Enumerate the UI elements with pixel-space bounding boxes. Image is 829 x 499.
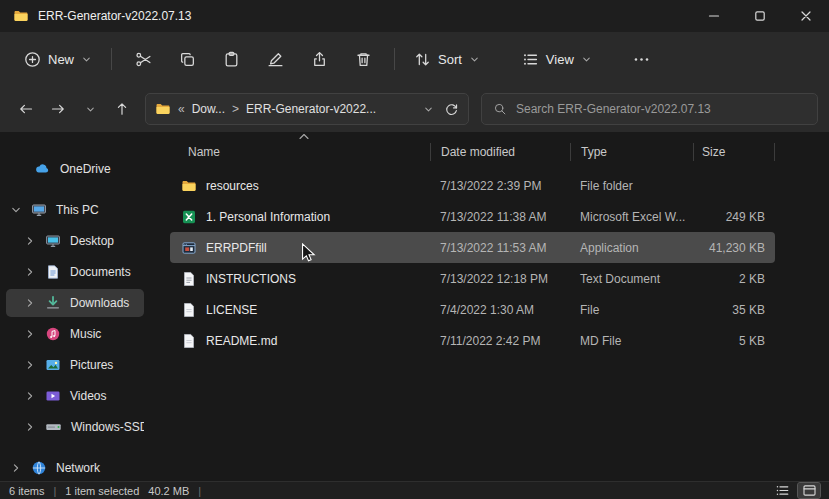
- breadcrumb-segment-downloads[interactable]: Dow...: [192, 102, 225, 116]
- file-date-cell: 7/13/2022 12:18 PM: [430, 272, 570, 286]
- folder-icon: [181, 178, 197, 194]
- sidebar-item-this-pc[interactable]: This PC: [6, 196, 144, 224]
- breadcrumb-segment-current[interactable]: ERR-Generator-v2022...: [246, 102, 376, 116]
- column-header-name[interactable]: Name: [170, 143, 430, 161]
- chevron-right-icon[interactable]: [11, 463, 21, 473]
- see-more-button[interactable]: [620, 41, 664, 77]
- up-button[interactable]: [107, 94, 137, 124]
- rename-icon: [267, 51, 284, 68]
- chevron-down-icon: [81, 54, 92, 65]
- chevron-down-icon[interactable]: [11, 205, 21, 215]
- sidebar-item-label: Downloads: [70, 296, 129, 310]
- file-row-resources[interactable]: resources 7/13/2022 2:39 PM File folder: [170, 170, 775, 201]
- forward-button[interactable]: [43, 94, 73, 124]
- selection-count: 1 item selected: [65, 485, 139, 497]
- sidebar-item-label: Videos: [70, 389, 106, 403]
- sidebar-item-onedrive[interactable]: OneDrive: [6, 155, 144, 183]
- file-name: LICENSE: [206, 303, 257, 317]
- view-button-label: View: [546, 52, 574, 67]
- file-name: ERRPDFfill: [206, 241, 267, 255]
- file-row-personal-information[interactable]: 1. Personal Information 7/13/2022 11:38 …: [170, 201, 775, 232]
- sidebar-item-windows-ssd[interactable]: Windows-SSD (: [6, 413, 144, 441]
- file-row-readme[interactable]: README.md 7/11/2022 2:42 PM MD File 5 KB: [170, 325, 775, 356]
- file-type-cell: MD File: [570, 334, 693, 348]
- status-separator: |: [53, 485, 56, 497]
- file-rows: resources 7/13/2022 2:39 PM File folder …: [170, 170, 829, 356]
- sidebar-item-label: Music: [70, 327, 101, 341]
- paste-button[interactable]: [209, 41, 253, 77]
- sidebar-item-videos[interactable]: Videos: [6, 382, 144, 410]
- sort-icon: [414, 51, 431, 68]
- music-icon: [45, 326, 61, 342]
- sidebar-item-pictures[interactable]: Pictures: [6, 351, 144, 379]
- sidebar-item-music[interactable]: Music: [6, 320, 144, 348]
- view-button[interactable]: View: [512, 41, 602, 77]
- chevron-down-icon: [85, 104, 96, 115]
- new-button-label: New: [48, 52, 74, 67]
- column-header-date-modified[interactable]: Date modified: [430, 143, 570, 161]
- window-controls: [691, 0, 829, 32]
- toolbar-divider: [394, 48, 395, 70]
- title-bar: ERR-Generator-v2022.07.13: [0, 0, 829, 32]
- maximize-button[interactable]: [737, 0, 783, 32]
- delete-button[interactable]: [341, 41, 385, 77]
- view-icon: [522, 51, 539, 68]
- chevron-right-icon[interactable]: [25, 360, 35, 370]
- selection-size: 40.2 MB: [148, 485, 189, 497]
- minimize-button[interactable]: [691, 0, 737, 32]
- sidebar-item-desktop[interactable]: Desktop: [6, 227, 144, 255]
- file-name: README.md: [206, 334, 277, 348]
- sort-button[interactable]: Sort: [404, 41, 490, 77]
- cut-button[interactable]: [121, 41, 165, 77]
- back-button[interactable]: [11, 94, 41, 124]
- chevron-right-icon[interactable]: [25, 236, 35, 246]
- file-list-pane: Name Date modified Type Size resources 7…: [150, 132, 829, 481]
- chevron-right-icon[interactable]: [25, 267, 35, 277]
- copy-button[interactable]: [165, 41, 209, 77]
- share-button[interactable]: [297, 41, 341, 77]
- file-date-cell: 7/13/2022 2:39 PM: [430, 179, 570, 193]
- search-input[interactable]: [516, 102, 806, 116]
- plus-circle-icon: [24, 51, 41, 68]
- minimize-icon: [708, 10, 720, 22]
- file-row-errpdffill[interactable]: ERRPDFfill 7/13/2022 11:53 AM Applicatio…: [170, 232, 775, 263]
- chevron-down-icon: [469, 54, 480, 65]
- sidebar-item-network[interactable]: Network: [6, 454, 144, 482]
- rename-button[interactable]: [253, 41, 297, 77]
- search-box[interactable]: [481, 93, 818, 125]
- breadcrumb-overflow[interactable]: «: [178, 102, 185, 116]
- chevron-right-icon[interactable]: [25, 329, 35, 339]
- close-button[interactable]: [783, 0, 829, 32]
- thumbnails-view-icon: [803, 485, 816, 496]
- file-type-cell: File: [570, 303, 693, 317]
- sidebar-item-downloads[interactable]: Downloads: [6, 289, 144, 317]
- column-header-size[interactable]: Size: [693, 143, 775, 161]
- cut-icon: [135, 51, 152, 68]
- new-button[interactable]: New: [14, 41, 102, 77]
- item-count: 6 items: [9, 485, 44, 497]
- sidebar-item-label: Pictures: [70, 358, 113, 372]
- chevron-right-icon[interactable]: [25, 422, 35, 432]
- chevron-right-icon[interactable]: [25, 391, 35, 401]
- address-row: « Dow... > ERR-Generator-v2022...: [0, 86, 829, 132]
- file-type-cell: File folder: [570, 179, 693, 193]
- folder-icon: [13, 8, 29, 24]
- documents-icon: [45, 264, 61, 280]
- sidebar-item-label: OneDrive: [60, 162, 111, 176]
- toolbar-divider: [111, 48, 112, 70]
- file-icon: [181, 333, 197, 349]
- file-row-license[interactable]: LICENSE 7/4/2022 1:30 AM File 35 KB: [170, 294, 775, 325]
- details-view-button[interactable]: [771, 483, 793, 498]
- file-date-cell: 7/4/2022 1:30 AM: [430, 303, 570, 317]
- copy-icon: [179, 51, 196, 68]
- file-row-instructions[interactable]: INSTRUCTIONS 7/13/2022 12:18 PM Text Doc…: [170, 263, 775, 294]
- refresh-icon[interactable]: [444, 102, 459, 117]
- chevron-right-icon[interactable]: [25, 298, 35, 308]
- up-arrow-icon: [114, 101, 130, 117]
- large-thumbnails-view-button[interactable]: [798, 483, 820, 498]
- address-dropdown-icon[interactable]: [423, 104, 434, 115]
- address-bar[interactable]: « Dow... > ERR-Generator-v2022...: [145, 93, 469, 125]
- sidebar-item-documents[interactable]: Documents: [6, 258, 144, 286]
- recent-locations-button[interactable]: [75, 94, 105, 124]
- column-header-type[interactable]: Type: [570, 143, 693, 161]
